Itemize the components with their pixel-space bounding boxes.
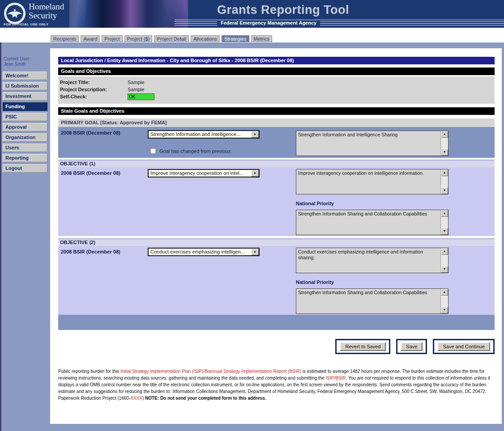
objective-2-national-priority-label: National Priority [296, 279, 334, 285]
current-user-label: Current User: [4, 56, 49, 62]
current-user-name: Jean Smith [4, 62, 49, 67]
action-buttons-row: Revert to Saved Save Save and Continue [58, 339, 495, 354]
chevron-down-icon[interactable]: ▼ [251, 249, 259, 255]
scrollbar-track[interactable] [441, 138, 448, 149]
dhs-logo-text: Homeland Security [29, 2, 64, 20]
tab-project[interactable]: Project [102, 35, 122, 42]
save-button[interactable]: Save [401, 342, 423, 351]
scroll-up-icon[interactable]: ▲ [441, 210, 448, 217]
scrollbar-track[interactable] [441, 255, 448, 266]
objective-1-national-priority-label: National Priority [296, 201, 334, 206]
scrollbar[interactable]: ▲ ▼ [440, 131, 448, 156]
pinstripe-divider: Federal Emergency Management Agency [175, 20, 504, 27]
scroll-down-icon[interactable]: ▼ [441, 149, 448, 156]
objective-1-text: Improve interagency cooperation on intel… [296, 169, 440, 194]
app-header: Homeland Security FOR OFFICIAL USE ONLY … [0, 0, 504, 28]
objective-1-dropdown[interactable]: Improve interagency cooperation on intel… [148, 169, 260, 177]
sidebar-item-funding[interactable]: Funding [3, 102, 47, 111]
project-summary-panel: Project Title: Sample Project Descriptio… [58, 76, 495, 104]
project-title-label: Project Title: [60, 80, 128, 85]
scrollbar-track[interactable] [441, 296, 448, 307]
objective-2-textbox[interactable]: Conduct exercises emphasizing intelligen… [296, 248, 448, 273]
scrollbar[interactable]: ▲ ▼ [440, 289, 448, 313]
sidebar-item-welcome[interactable]: Welcome! [3, 72, 47, 80]
section-footer-strip [58, 315, 495, 330]
footer-text-segment: XXXX [130, 396, 142, 401]
scroll-down-icon[interactable]: ▼ [441, 307, 448, 313]
footer-text-segment: Initial Strategy Implementation Plan (IS… [120, 369, 301, 374]
scroll-down-icon[interactable]: ▼ [441, 187, 448, 194]
tab-project-detail[interactable]: Project Detail [154, 35, 188, 42]
logo-line1: Homeland [29, 2, 64, 11]
tab-bar: Recipients Award Project Project ($) Pro… [51, 35, 272, 42]
paperwork-burden-notice: Public reporting burden for this Initial… [58, 368, 495, 401]
objective-1-textbox[interactable]: Improve interagency cooperation on intel… [296, 169, 448, 194]
main-content-panel: Local Jurisdiction / Entity Award Inform… [50, 48, 502, 424]
goal-changed-checkbox[interactable] [150, 148, 156, 154]
primary-goal-header: PRIMARY GOAL [Status: Approved by FEMA] [58, 118, 495, 127]
banner-title-area: Grants Reporting Tool Federal Emergency … [188, 0, 504, 28]
sidebar-item-investment[interactable]: Investment [3, 92, 47, 101]
tab-allocations[interactable]: Allocations [191, 35, 220, 42]
objective-2-national-priority-text: Strengthen Information Sharing and Colla… [296, 289, 440, 313]
tab-strategies[interactable]: Strategies [222, 35, 249, 42]
scroll-down-icon[interactable]: ▼ [441, 266, 448, 273]
primary-goal-text: Strengthen Information and Intelligence … [296, 131, 440, 156]
state-goals-header: State Goals and Objectives [58, 107, 495, 115]
objective-1-national-priority-text: Strengthen Information Sharing and Colla… [296, 210, 440, 235]
scroll-up-icon[interactable]: ▲ [441, 289, 448, 296]
dhs-seal-icon [4, 2, 26, 25]
sidebar-item-logout[interactable]: Logout [3, 164, 47, 173]
scrollbar-track[interactable] [441, 176, 448, 187]
self-check-status-badge: OK [128, 93, 154, 100]
scroll-down-icon[interactable]: ▼ [441, 228, 448, 235]
revert-to-saved-button[interactable]: Revert to Saved [340, 342, 386, 351]
objective-1-period-label: 2008 BSIR (December 08) [61, 170, 120, 176]
scroll-up-icon[interactable]: ▲ [441, 131, 448, 138]
objective-1-national-priority-textbox[interactable]: Strengthen Information Sharing and Colla… [296, 210, 448, 235]
objective-2-text: Conduct exercises emphasizing intelligen… [296, 248, 440, 273]
scroll-up-icon[interactable]: ▲ [441, 169, 448, 176]
scrollbar[interactable]: ▲ ▼ [440, 248, 448, 273]
sidebar-item-users[interactable]: Users [3, 144, 47, 152]
sidebar-item-psic[interactable]: PSIC [3, 113, 47, 121]
objective-2-dropdown[interactable]: Conduct exercises emphasizing intelligen… [148, 248, 260, 256]
project-description-value: Sample [128, 87, 144, 92]
sidebar-item-approval[interactable]: Approval [3, 123, 47, 131]
primary-goal-period-label: 2008 BSIR (December 08) [61, 130, 120, 135]
sidebar-item-organization[interactable]: Organization [3, 133, 47, 142]
primary-goal-dropdown[interactable]: Strengthen Information and Intelligence.… [148, 130, 260, 139]
logo-line2: Security [29, 11, 64, 20]
project-description-label: Project Description: [60, 87, 128, 92]
tab-metrics[interactable]: Metrics [251, 35, 272, 42]
project-title-value: Sample [128, 80, 144, 85]
save-button-frame: Save [396, 339, 427, 354]
objective-1-section: OBJECTIVE (1) 2008 BSIR (December 08) Im… [58, 160, 495, 236]
objective-2-period-label: 2008 BSIR (December 08) [61, 249, 120, 254]
goals-objectives-header: Goals and Objectives [58, 68, 495, 75]
tab-recipients[interactable]: Recipients [51, 35, 79, 42]
scrollbar[interactable]: ▲ ▼ [440, 169, 448, 194]
footer-text-segment: NOTE: Do not send your completed form to… [145, 396, 266, 401]
scrollbar-track[interactable] [441, 217, 448, 228]
scroll-up-icon[interactable]: ▲ [441, 248, 448, 255]
chevron-down-icon[interactable]: ▼ [251, 170, 259, 177]
primary-goal-textbox[interactable]: Strengthen Information and Intelligence … [296, 131, 448, 156]
save-and-continue-button[interactable]: Save and Continue [437, 342, 490, 351]
scrollbar[interactable]: ▲ ▼ [440, 210, 448, 235]
official-use-label: FOR OFFICIAL USE ONLY [4, 22, 49, 26]
revert-button-frame: Revert to Saved [335, 339, 390, 354]
save-continue-button-frame: Save and Continue [433, 339, 495, 354]
sidebar-item-reporting[interactable]: Reporting [3, 154, 47, 162]
app-title: Grants Reporting Tool [217, 3, 349, 17]
objective-2-national-priority-textbox[interactable]: Strengthen Information Sharing and Colla… [296, 288, 448, 314]
objective-2-section: OBJECTIVE (2) 2008 BSIR (December 08) Co… [58, 238, 495, 315]
footer-text-segment: ISIP/BSIR [326, 376, 346, 380]
sidebar-item-ij-submission[interactable]: IJ Submission [3, 82, 47, 90]
objective-1-header: OBJECTIVE (1) [58, 161, 495, 167]
chevron-down-icon[interactable]: ▼ [251, 131, 259, 138]
self-check-label: Self-Check: [60, 94, 128, 99]
tab-project-dollars[interactable]: Project ($) [124, 35, 153, 42]
tab-award[interactable]: Award [81, 35, 100, 42]
current-user-block: Current User: Jean Smith [3, 56, 49, 67]
